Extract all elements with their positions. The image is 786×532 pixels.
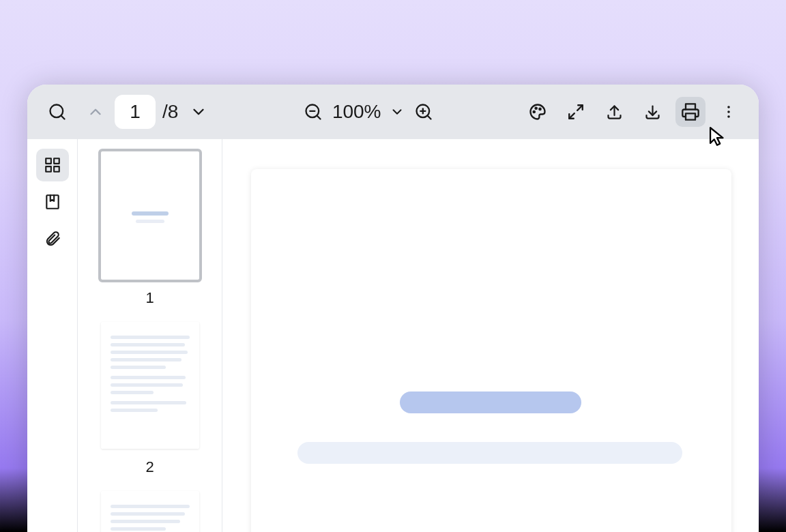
bookmarks-tab[interactable] <box>36 186 69 218</box>
svg-line-1 <box>61 115 64 119</box>
upload-icon <box>605 103 624 121</box>
svg-rect-16 <box>686 113 695 119</box>
svg-rect-22 <box>46 166 51 172</box>
zoom-in-button[interactable] <box>409 97 439 127</box>
print-button[interactable] <box>675 97 705 127</box>
svg-rect-20 <box>46 158 51 164</box>
thumbnail-item[interactable] <box>101 491 199 532</box>
page-canvas <box>251 169 731 532</box>
thumbnails-tab[interactable] <box>36 149 69 181</box>
side-tabs <box>27 139 78 532</box>
print-icon <box>681 102 700 121</box>
svg-point-9 <box>534 111 535 113</box>
zoom-dropdown-button[interactable] <box>385 97 409 127</box>
svg-point-19 <box>727 115 730 118</box>
pdf-viewer-window: /8 100% <box>27 85 759 532</box>
svg-point-18 <box>727 110 730 113</box>
search-button[interactable] <box>42 97 72 127</box>
attachments-tab[interactable] <box>36 222 69 255</box>
svg-point-11 <box>539 108 540 110</box>
bookmark-icon <box>44 193 61 211</box>
more-vert-icon <box>720 104 737 120</box>
chevron-up-icon <box>87 103 104 121</box>
zoom-out-icon <box>304 102 323 121</box>
svg-rect-23 <box>54 166 59 172</box>
toolbar: /8 100% <box>27 85 759 139</box>
svg-rect-21 <box>54 158 59 164</box>
more-button[interactable] <box>714 97 744 127</box>
thumbnail-page-2 <box>101 322 199 449</box>
theme-button[interactable] <box>523 97 553 127</box>
prev-page-button[interactable] <box>81 97 111 127</box>
placeholder-title <box>400 391 581 413</box>
thumbnail-label: 1 <box>145 289 154 307</box>
svg-line-3 <box>317 115 320 119</box>
chevron-down-icon <box>190 103 207 121</box>
svg-point-10 <box>536 108 537 109</box>
thumbnail-label: 2 <box>145 458 154 476</box>
page-total-label: /8 <box>162 101 184 123</box>
thumbnail-panel: 1 2 <box>78 139 222 532</box>
thumbnail-item[interactable]: 1 <box>101 151 199 307</box>
svg-rect-24 <box>46 195 58 209</box>
thumbnail-page-1 <box>101 151 199 280</box>
page-number-input[interactable] <box>115 95 156 129</box>
fullscreen-button[interactable] <box>561 97 591 127</box>
search-icon <box>48 102 67 121</box>
zoom-in-icon <box>414 102 433 121</box>
next-page-button[interactable] <box>184 97 214 127</box>
fullscreen-icon <box>567 103 585 121</box>
attachment-icon <box>44 230 61 248</box>
download-icon <box>643 103 662 121</box>
svg-line-6 <box>427 115 431 119</box>
thumbnail-page-3 <box>101 491 199 532</box>
download-button[interactable] <box>637 97 667 127</box>
chevron-down-icon <box>390 104 405 119</box>
palette-icon <box>528 102 547 121</box>
grid-icon <box>44 156 61 174</box>
main-page-view[interactable] <box>222 139 759 532</box>
zoom-out-button[interactable] <box>298 97 328 127</box>
placeholder-subtitle <box>297 442 682 464</box>
thumbnail-item[interactable]: 2 <box>101 322 199 476</box>
content-area: 1 2 <box>27 139 759 532</box>
zoom-level-label: 100% <box>328 101 385 123</box>
svg-point-17 <box>727 106 730 108</box>
upload-button[interactable] <box>599 97 629 127</box>
